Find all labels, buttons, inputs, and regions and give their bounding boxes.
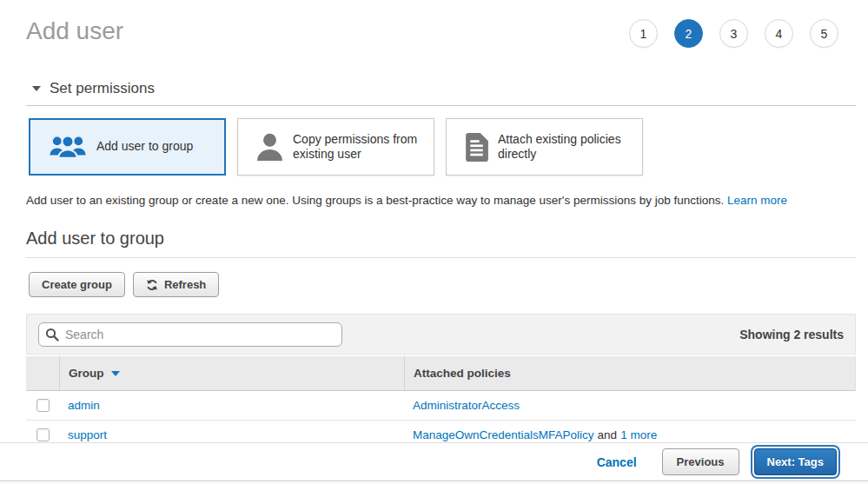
user-icon bbox=[256, 132, 283, 162]
collapse-caret-icon bbox=[32, 86, 41, 91]
description-text: Add user to an existing group or create … bbox=[26, 194, 724, 207]
group-icon bbox=[49, 133, 87, 161]
wizard-steps: 1 2 3 4 5 bbox=[629, 19, 838, 48]
groups-table-panel: Showing 2 results Group Attached policie… bbox=[26, 314, 856, 450]
section-title: Set permissions bbox=[50, 80, 155, 97]
table-row-admin: admin AdministratorAccess bbox=[26, 391, 856, 421]
create-group-button[interactable]: Create group bbox=[29, 272, 125, 297]
sort-descending-icon bbox=[111, 371, 120, 376]
next-tags-label: Next: Tags bbox=[767, 455, 825, 468]
next-tags-button[interactable]: Next: Tags bbox=[754, 448, 838, 475]
card-label: Copy permissions from existing user bbox=[293, 132, 425, 162]
refresh-button[interactable]: Refresh bbox=[133, 272, 219, 297]
more-policies-link[interactable]: 1 more bbox=[620, 428, 657, 441]
policy-link[interactable]: ManageOwnCredentialsMFAPolicy bbox=[413, 428, 594, 441]
set-permissions-header[interactable]: Set permissions bbox=[26, 80, 856, 106]
header-checkbox-cell bbox=[27, 356, 60, 390]
group-link[interactable]: admin bbox=[68, 399, 100, 412]
permission-option-cards: Add user to group Copy permissions from … bbox=[29, 118, 868, 176]
refresh-icon bbox=[146, 279, 158, 291]
step-3: 3 bbox=[719, 19, 748, 48]
wizard-footer: Cancel Previous Next: Tags bbox=[0, 442, 868, 481]
policy-link[interactable]: AdministratorAccess bbox=[413, 399, 520, 412]
policies-cell: AdministratorAccess bbox=[404, 391, 856, 420]
row-checkbox-cell bbox=[26, 391, 59, 420]
learn-more-link[interactable]: Learn more bbox=[727, 194, 787, 207]
table-toolbar: Showing 2 results bbox=[26, 314, 856, 355]
card-copy-permissions[interactable]: Copy permissions from existing user bbox=[237, 118, 434, 176]
step-1: 1 bbox=[629, 19, 658, 48]
create-group-label: Create group bbox=[42, 278, 112, 291]
row-checkbox[interactable] bbox=[36, 428, 50, 441]
row-checkbox[interactable] bbox=[36, 399, 50, 412]
search-icon bbox=[45, 328, 59, 345]
permissions-description: Add user to an existing group or create … bbox=[26, 194, 842, 207]
group-cell: admin bbox=[59, 391, 404, 420]
previous-label: Previous bbox=[677, 455, 725, 468]
card-add-user-to-group[interactable]: Add user to group bbox=[29, 118, 226, 176]
cancel-link[interactable]: Cancel bbox=[597, 455, 637, 469]
results-count: Showing 2 results bbox=[739, 328, 844, 341]
policies-column-label: Attached policies bbox=[414, 367, 511, 380]
card-label: Attach existing policies directly bbox=[498, 132, 633, 162]
step-2-active: 2 bbox=[674, 19, 703, 48]
refresh-label: Refresh bbox=[164, 278, 206, 291]
group-link[interactable]: support bbox=[68, 428, 107, 441]
page-header: Add user 1 2 3 4 5 bbox=[0, 0, 868, 48]
table-header-row: Group Attached policies bbox=[26, 356, 856, 391]
policies-joiner-text: and bbox=[598, 428, 618, 441]
step-4: 4 bbox=[765, 19, 793, 48]
document-icon bbox=[465, 133, 488, 162]
search-input[interactable] bbox=[38, 322, 342, 347]
column-header-group[interactable]: Group bbox=[60, 356, 405, 390]
page-title: Add user bbox=[26, 17, 123, 45]
card-label: Add user to group bbox=[96, 139, 196, 155]
card-attach-policies[interactable]: Attach existing policies directly bbox=[446, 118, 643, 176]
column-header-attached-policies: Attached policies bbox=[405, 356, 855, 390]
step-5: 5 bbox=[810, 19, 838, 48]
group-column-label: Group bbox=[69, 367, 104, 380]
search-box bbox=[38, 322, 342, 347]
group-section-header: Add user to group bbox=[26, 229, 856, 258]
group-section-title: Add user to group bbox=[26, 229, 856, 249]
group-toolbar: Create group Refresh bbox=[29, 272, 868, 297]
previous-button[interactable]: Previous bbox=[662, 448, 739, 475]
